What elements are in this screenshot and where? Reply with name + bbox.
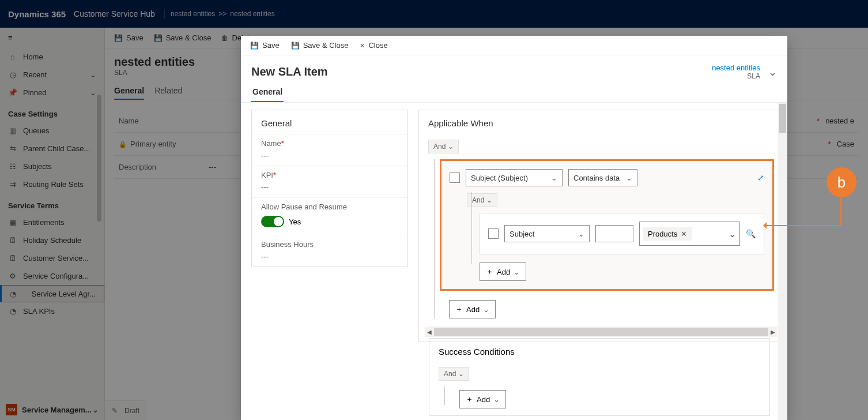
save-button[interactable]: Save: [250, 41, 280, 50]
business-hours-label: Business Hours: [261, 240, 398, 249]
parent-record-entity: SLA: [712, 72, 760, 80]
add-condition-button[interactable]: ＋Add: [459, 390, 506, 408]
save-icon: [291, 41, 300, 50]
field-selector[interactable]: Subject (Subject): [466, 169, 563, 186]
chevron-down-icon: [729, 228, 736, 239]
condition-group: Subject (Subject) Contains data ⤢ And Su…: [440, 159, 774, 291]
applicable-when-title: Applicable When: [419, 110, 783, 134]
and-operator-button[interactable]: And: [439, 367, 469, 381]
operator-selector[interactable]: [595, 225, 633, 242]
search-icon[interactable]: 🔍: [746, 229, 756, 238]
add-condition-button[interactable]: ＋Add: [449, 300, 496, 318]
save-close-button[interactable]: Save & Close: [291, 41, 349, 50]
chevron-down-icon: [483, 305, 489, 314]
close-button[interactable]: Close: [360, 41, 387, 50]
add-condition-button[interactable]: ＋Add: [480, 262, 526, 281]
toggle-switch-icon: [261, 216, 284, 227]
chevron-down-icon: [486, 196, 492, 204]
allow-pause-label: Allow Pause and Resume: [261, 202, 398, 211]
plus-icon: ＋: [455, 304, 463, 314]
success-conditions-title: Success Conditions: [429, 339, 769, 361]
scrollbar-thumb[interactable]: [434, 328, 768, 336]
general-title: General: [252, 110, 407, 134]
vertical-scrollbar[interactable]: [778, 103, 787, 420]
plus-icon: ＋: [466, 394, 473, 404]
allow-pause-value: Yes: [289, 217, 301, 226]
kpi-field[interactable]: ---: [261, 183, 398, 192]
collapse-icon[interactable]: ⤢: [757, 173, 764, 182]
name-label: Name: [261, 139, 281, 148]
condition-checkbox[interactable]: [450, 172, 460, 183]
chevron-down-icon[interactable]: [768, 66, 777, 78]
and-operator-button[interactable]: And: [428, 140, 459, 153]
kpi-label: KPI: [261, 171, 273, 179]
lookup-tag: Products✕: [643, 227, 692, 241]
field-selector[interactable]: Subject: [504, 225, 590, 242]
name-field[interactable]: ---: [261, 151, 398, 160]
condition-checkbox[interactable]: [488, 228, 499, 239]
quick-create-panel: Save Save & Close Close New SLA Item nes…: [241, 36, 787, 420]
horizontal-scrollbar[interactable]: ◀ ▶: [425, 327, 778, 337]
remove-tag-icon[interactable]: ✕: [681, 230, 687, 238]
nested-condition-row: Subject Products✕ 🔍: [480, 213, 764, 254]
allow-pause-toggle[interactable]: Yes: [261, 216, 301, 227]
tab-general[interactable]: General: [251, 84, 284, 102]
applicable-when-section: Applicable When And Subject (Subject) Co…: [418, 110, 784, 342]
value-lookup[interactable]: Products✕: [639, 222, 740, 246]
panel-title: New SLA Item: [251, 65, 328, 78]
scrollbar-thumb[interactable]: [779, 104, 786, 133]
scroll-left-icon[interactable]: ◀: [425, 329, 434, 335]
panel-command-bar: Save Save & Close Close: [241, 36, 787, 55]
chevron-down-icon: [493, 395, 500, 404]
chevron-down-icon: [578, 230, 584, 238]
parent-record-link[interactable]: nested entities: [712, 63, 760, 72]
chevron-down-icon: [626, 174, 632, 182]
annotation-arrow: [764, 225, 840, 226]
business-hours-field[interactable]: ---: [261, 252, 398, 261]
chevron-down-icon: [458, 370, 464, 378]
success-conditions-section: Success Conditions And ＋Add: [429, 338, 770, 416]
annotation-badge-b: b: [827, 167, 856, 197]
chevron-down-icon: [448, 142, 454, 151]
chevron-down-icon: [514, 268, 520, 276]
chevron-down-icon: [551, 174, 557, 182]
plus-icon: ＋: [486, 267, 493, 277]
save-icon: [250, 41, 259, 50]
scroll-right-icon[interactable]: ▶: [768, 329, 778, 335]
annotation-connector: [840, 197, 841, 226]
close-icon: [360, 41, 365, 50]
general-section: General Name*--- KPI*--- Allow Pause and…: [251, 110, 408, 267]
operator-selector[interactable]: Contains data: [568, 169, 637, 186]
